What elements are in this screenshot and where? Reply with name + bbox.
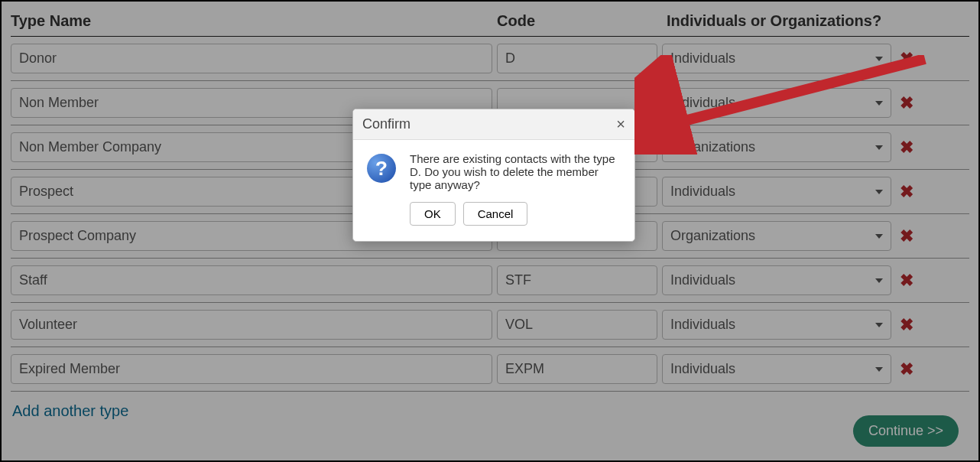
dialog-title: Confirm (362, 116, 410, 132)
question-icon: ? (367, 154, 396, 183)
ok-button[interactable]: OK (410, 202, 456, 226)
confirm-dialog: Confirm × ? There are existing contacts … (352, 109, 635, 242)
dialog-message: There are existing contacts with the typ… (410, 152, 621, 191)
cancel-button[interactable]: Cancel (463, 202, 528, 226)
close-icon[interactable]: × (616, 116, 625, 133)
